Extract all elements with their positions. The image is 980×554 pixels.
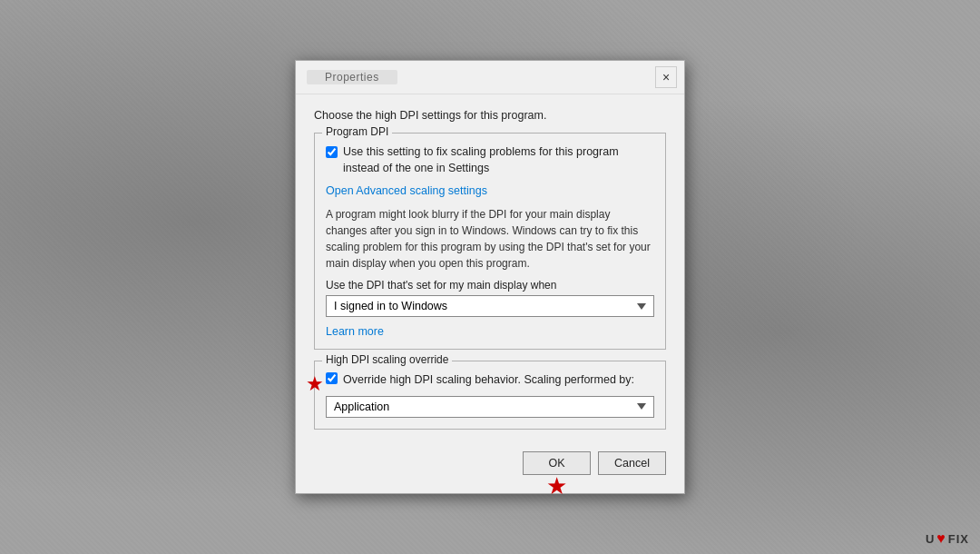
- checkbox1-row: Use this setting to fix scaling problems…: [326, 144, 654, 176]
- override-checkbox[interactable]: [326, 372, 338, 384]
- scaling-dropdown[interactable]: Application System System (Enhanced): [326, 396, 654, 418]
- high-dpi-group-label: High DPI scaling override: [322, 353, 452, 366]
- properties-dialog: Properties × Choose the high DPI setting…: [295, 60, 685, 494]
- checkbox2-row: ★ Override high DPI scaling behavior. Sc…: [326, 372, 654, 389]
- title-bar-text: Properties: [307, 70, 397, 84]
- override-label[interactable]: Override high DPI scaling behavior. Scal…: [343, 372, 634, 389]
- use-setting-label[interactable]: Use this setting to fix scaling problems…: [343, 144, 654, 176]
- learn-more-row: Learn more: [326, 324, 654, 338]
- program-dpi-group: Program DPI Use this setting to fix scal…: [314, 133, 666, 350]
- watermark: U ♥ FIX: [926, 530, 969, 547]
- program-dpi-label: Program DPI: [322, 125, 392, 138]
- watermark-u: U: [926, 532, 935, 546]
- watermark-fix: FIX: [948, 532, 969, 546]
- learn-more-link[interactable]: Learn more: [326, 325, 384, 338]
- intro-text: Choose the high DPI settings for this pr…: [314, 109, 666, 122]
- button-row: OK ★ Cancel: [314, 444, 666, 479]
- star-icon-2: ★: [546, 472, 567, 500]
- star-icon-1: ★: [306, 372, 324, 396]
- use-setting-checkbox[interactable]: [326, 146, 338, 158]
- advanced-scaling-link[interactable]: Open Advanced scaling settings: [326, 184, 487, 197]
- close-button[interactable]: ×: [655, 66, 677, 88]
- ok-button-wrapper: OK ★: [523, 451, 591, 475]
- dpi-dropdown[interactable]: I signed in to Windows I open this progr…: [326, 295, 654, 317]
- description-text: A program might look blurry if the DPI f…: [326, 206, 654, 272]
- title-bar: Properties ×: [296, 61, 684, 94]
- dropdown-label: Use the DPI that's set for my main displ…: [326, 279, 654, 292]
- watermark-heart-icon: ♥: [936, 530, 946, 547]
- dialog-content: Choose the high DPI settings for this pr…: [296, 94, 684, 493]
- high-dpi-override-group: High DPI scaling override ★ Override hig…: [314, 361, 666, 430]
- cancel-button[interactable]: Cancel: [598, 451, 666, 475]
